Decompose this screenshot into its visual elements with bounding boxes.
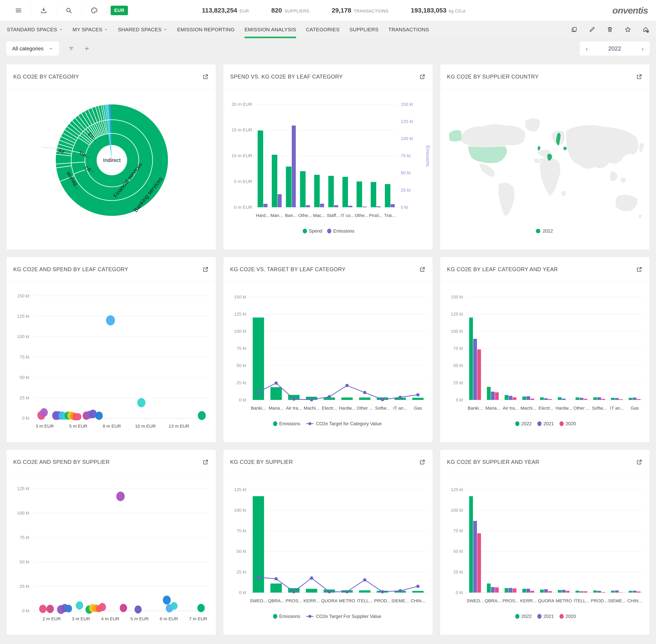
nav-transactions[interactable]: TRANSACTIONS [388, 21, 429, 38]
svg-text:Banki...: Banki... [251, 406, 266, 411]
svg-text:0 kt: 0 kt [456, 590, 463, 595]
menu-button[interactable] [6, 4, 31, 17]
panel-co2e-supplier-year: KG CO2E BY SUPPLIER AND YEAR 0 kt25 kt50… [440, 450, 650, 635]
svg-text:125 kt: 125 kt [234, 487, 246, 492]
svg-text:Staff...: Staff... [327, 213, 340, 218]
external-link-icon[interactable] [636, 73, 643, 80]
external-link-icon[interactable] [202, 266, 209, 273]
external-link-icon[interactable] [419, 266, 426, 273]
svg-text:IT an...: IT an... [610, 406, 624, 411]
theme-button[interactable] [82, 4, 107, 17]
external-link-icon[interactable] [419, 459, 426, 465]
plus-icon [84, 45, 90, 52]
svg-text:CHIN...: CHIN... [411, 598, 425, 603]
filter-icon [68, 45, 74, 52]
svg-text:KERR...: KERR... [303, 598, 320, 603]
svg-text:2020: 2020 [566, 421, 576, 426]
bubble-chart-supplier[interactable]: 0 kt25 kt50 kt75 kt100 kt125 kt2 m EUR3 … [6, 475, 216, 635]
svg-text:13 m EUR: 13 m EUR [169, 423, 189, 429]
nav-shared-spaces[interactable]: SHARED SPACES [118, 21, 167, 38]
external-link-icon[interactable] [419, 73, 426, 80]
svg-text:25 kt: 25 kt [237, 380, 246, 385]
svg-text:Electr...: Electr... [539, 406, 553, 411]
svg-text:CO2e Target for Category Value: CO2e Target for Category Value [316, 421, 381, 426]
palette-icon [90, 7, 98, 14]
edit-button[interactable] [589, 26, 595, 33]
svg-text:Electr...: Electr... [322, 406, 337, 411]
svg-text:PROS...: PROS... [285, 598, 302, 603]
external-link-icon[interactable] [636, 266, 643, 273]
next-year-button[interactable]: › [641, 45, 644, 52]
svg-text:75 kt: 75 kt [237, 528, 246, 533]
chevron-down-icon [104, 27, 108, 31]
favorite-button[interactable] [625, 26, 631, 33]
nav-emission-reporting[interactable]: EMISSION REPORTING [177, 21, 235, 38]
svg-text:0 kt: 0 kt [22, 416, 29, 421]
svg-text:0 kt: 0 kt [456, 397, 463, 402]
board-actions [571, 21, 649, 38]
svg-text:Othe...: Othe... [355, 213, 368, 218]
svg-text:3 m EUR: 3 m EUR [72, 616, 90, 621]
nav-standard-spaces[interactable]: STANDARD SPACES [7, 21, 63, 38]
external-link-icon[interactable] [202, 459, 209, 465]
panel-title: KG CO2E AND SPEND BY SUPPLIER [13, 459, 110, 465]
panel-co2e-by-supplier: KG CO2E BY SUPPLIER 0 kt25 kt50 kt75 kt1… [223, 450, 433, 635]
svg-text:150 kt: 150 kt [401, 102, 413, 107]
world-map-chart[interactable]: 2022 [440, 89, 650, 250]
svg-text:25 kt: 25 kt [453, 570, 463, 574]
add-board-button[interactable] [642, 26, 649, 33]
nav-suppliers[interactable]: SUPPLIERS [349, 21, 378, 38]
svg-text:150 kt: 150 kt [451, 295, 463, 299]
external-link-icon[interactable] [202, 73, 209, 80]
svg-text:Emissions: Emissions [333, 228, 354, 234]
svg-text:Gas: Gas [631, 406, 639, 411]
chevron-down-icon [163, 27, 167, 31]
bar-line-chart-category[interactable]: 0 kt25 kt50 kt75 kt100 kt125 kt150 ktBan… [223, 282, 433, 442]
svg-text:25 kt: 25 kt [20, 395, 29, 400]
panel-title: KG CO2E BY SUPPLIER COUNTRY [447, 74, 539, 80]
search-button[interactable] [56, 4, 82, 17]
svg-text:6 m EUR: 6 m EUR [160, 616, 178, 621]
stat-emissions: 193,183,053 kg CO₂e [411, 7, 466, 14]
svg-text:5 m EUR: 5 m EUR [234, 179, 252, 184]
filter-button[interactable] [68, 45, 74, 52]
svg-text:SWED...: SWED... [250, 598, 267, 603]
svg-text:25 kt: 25 kt [401, 188, 411, 192]
svg-text:Softw...: Softw... [375, 406, 390, 411]
bar-line-chart-supplier[interactable]: 0 kt25 kt50 kt75 kt100 kt125 ktSWED...QB… [223, 475, 433, 635]
svg-text:2 m EUR: 2 m EUR [43, 616, 61, 621]
nav-categories[interactable]: CATEGORIES [306, 21, 340, 38]
svg-text:4 m EUR: 4 m EUR [101, 616, 119, 621]
svg-text:SIEME...: SIEME... [608, 598, 626, 603]
delete-icon [607, 26, 613, 33]
category-filter-dropdown[interactable]: All categories [6, 41, 59, 56]
external-link-icon[interactable] [636, 459, 643, 465]
brand-logo: onventis [612, 5, 650, 16]
panel-co2e-category-year: KG CO2E BY LEAF CATEGORY AND YEAR 0 kt25… [440, 257, 650, 442]
svg-text:150 kt: 150 kt [234, 295, 246, 299]
svg-text:0 kt: 0 kt [239, 397, 246, 402]
panel-co2e-by-country: KG CO2E BY SUPPLIER COUNTRY 2022 [440, 64, 650, 250]
svg-text:125 kt: 125 kt [234, 312, 246, 317]
svg-text:7 m EUR: 7 m EUR [189, 616, 207, 621]
download-button[interactable] [31, 4, 56, 17]
nav-emission-analysis[interactable]: EMISSION ANALYSIS [244, 21, 296, 38]
svg-text:Mana...: Mana... [268, 406, 283, 411]
currency-badge[interactable]: EUR [111, 6, 128, 15]
dual-axis-bar-chart[interactable]: 0 m EUR5 m EUR10 m EUR15 m EUR20 m EUR0 … [223, 89, 433, 250]
panel-title: KG CO2E BY LEAF CATEGORY AND YEAR [447, 266, 558, 273]
svg-text:75 kt: 75 kt [453, 346, 463, 351]
prev-year-button[interactable]: ‹ [586, 45, 588, 52]
add-filter-button[interactable] [84, 45, 90, 52]
grouped-bar-chart-supplier[interactable]: 0 kt25 kt50 kt75 kt100 kt125 ktSWED...QB… [440, 475, 650, 635]
nav-my-spaces[interactable]: MY SPACES [73, 21, 108, 38]
grouped-bar-chart-category[interactable]: 0 kt25 kt50 kt75 kt100 kt125 kt150 ktBan… [440, 282, 650, 442]
bubble-chart-category[interactable]: 0 kt25 kt50 kt75 kt100 kt125 kt150 kt3 m… [6, 282, 216, 442]
copy-button[interactable] [571, 26, 577, 33]
svg-text:2021: 2021 [544, 614, 554, 619]
delete-button[interactable] [607, 26, 613, 33]
svg-text:2022: 2022 [521, 421, 532, 426]
main-nav: STANDARD SPACES MY SPACES SHARED SPACES … [0, 21, 656, 38]
sunburst-chart[interactable]: IndirectFinancial servicesBanking servic… [6, 89, 216, 250]
panel-co2e-vs-target-category: KG CO2E VS. TARGET BY LEAF CATEGORY 0 kt… [223, 257, 433, 442]
